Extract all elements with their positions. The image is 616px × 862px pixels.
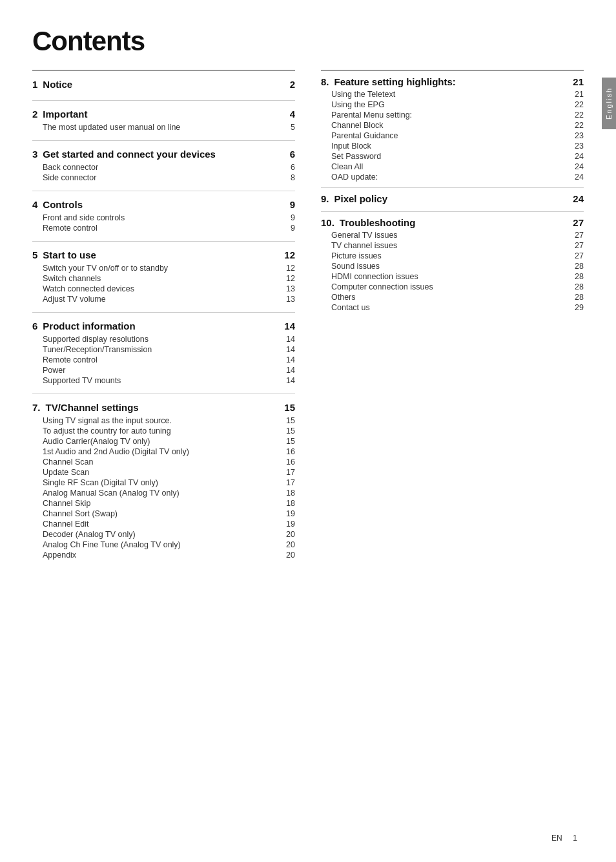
- side-tab-label: English: [605, 87, 613, 120]
- subsection-page: 27: [571, 251, 584, 260]
- subsection-row: Decoder (Analog TV only)20: [32, 529, 295, 540]
- subsection-page: 14: [282, 366, 295, 375]
- subsection-page: 14: [282, 355, 295, 364]
- subsection-label: Remote control: [43, 224, 282, 233]
- section-page: 14: [282, 321, 295, 331]
- subsection-page: 22: [571, 121, 584, 130]
- section-header: 8.Feature setting highlights:21: [321, 76, 584, 87]
- subsection-label: Power: [43, 366, 282, 375]
- section-number: 10.: [321, 217, 334, 228]
- subsection-page: 13: [282, 295, 295, 304]
- subsection-page: 23: [571, 142, 584, 151]
- subsection-row: Contact us29: [321, 302, 584, 313]
- subsection-row: Appendix20: [32, 550, 295, 560]
- subsection-label: Channel Edit: [43, 520, 282, 529]
- page-title: Contents: [32, 26, 584, 57]
- subsection-row: Switch channels12: [32, 273, 295, 284]
- section-header: 9.Pixel policy24: [321, 193, 584, 204]
- section-page: 6: [282, 149, 295, 160]
- footer: EN 1: [551, 834, 577, 843]
- subsection-page: 18: [282, 499, 295, 508]
- subsection-page: 22: [571, 100, 584, 109]
- subsection-page: 15: [282, 416, 295, 425]
- toc-section: 6Product information14Supported display …: [32, 313, 295, 394]
- subsection-page: 19: [282, 520, 295, 529]
- subsection-row: Supported TV mounts14: [32, 375, 295, 386]
- subsection-page: 27: [571, 231, 584, 240]
- toc-section: 8.Feature setting highlights:21Using the…: [321, 71, 584, 188]
- subsection-row: Analog Manual Scan (Analog TV only)18: [32, 488, 295, 498]
- subsection-page: 12: [282, 264, 295, 273]
- section-title: TV/Channel settings: [46, 402, 139, 413]
- footer-page: 1: [573, 834, 577, 843]
- subsection-label: Others: [331, 293, 571, 302]
- section-title-row: 3Get started and connect your devices: [32, 149, 216, 160]
- subsection-row: Adjust TV volume13: [32, 294, 295, 304]
- toc-section: 7.TV/Channel settings15Using TV signal a…: [32, 394, 295, 568]
- subsection-page: 14: [282, 345, 295, 354]
- subsection-row: TV channel issues27: [321, 240, 584, 251]
- section-header: 1Notice2: [32, 79, 295, 90]
- subsection-label: Sound issues: [331, 262, 571, 271]
- subsection-page: 28: [571, 293, 584, 302]
- subsection-label: Front and side controls: [43, 213, 282, 222]
- subsection-row: Channel Block22: [321, 120, 584, 131]
- subsection-label: Parental Menu setting:: [331, 110, 571, 120]
- subsection-row: Power14: [32, 365, 295, 375]
- subsection-label: Analog Manual Scan (Analog TV only): [43, 489, 282, 498]
- subsection-label: Input Block: [331, 142, 571, 151]
- section-header: 6Product information14: [32, 321, 295, 331]
- subsection-row: Using TV signal as the input source.15: [32, 415, 295, 426]
- subsection-row: Watch connected devices13: [32, 284, 295, 294]
- subsection-page: 18: [282, 489, 295, 498]
- subsection-label: Channel Scan: [43, 457, 282, 467]
- section-number: 7.: [32, 402, 41, 413]
- subsection-label: Using the Teletext: [331, 90, 571, 99]
- section-title-row: 6Product information: [32, 321, 136, 331]
- subsection-row: Channel Edit19: [32, 519, 295, 529]
- toc-section: 3Get started and connect your devices6Ba…: [32, 141, 295, 191]
- subsection-row: Analog Ch Fine Tune (Analog TV only)20: [32, 540, 295, 550]
- subsection-label: To adjust the country for auto tuning: [43, 426, 282, 436]
- subsection-page: 21: [571, 90, 584, 99]
- subsection-row: Supported display resolutions14: [32, 334, 295, 344]
- section-number: 3: [32, 149, 37, 160]
- subsection-row: Remote control9: [32, 223, 295, 233]
- subsection-row: Clean All24: [321, 162, 584, 172]
- subsection-row: Tuner/Reception/Transmission14: [32, 344, 295, 355]
- subsection-label: OAD update:: [331, 173, 571, 182]
- section-title: Troubleshooting: [340, 217, 416, 228]
- subsection-page: 23: [571, 131, 584, 140]
- subsection-label: Back connector: [43, 163, 282, 172]
- subsection-row: Sound issues28: [321, 261, 584, 271]
- subsection-label: Switch your TV on/off or to standby: [43, 264, 282, 273]
- subsection-row: Update Scan17: [32, 467, 295, 478]
- subsection-row: Parental Menu setting:22: [321, 110, 584, 120]
- section-number: 6: [32, 321, 37, 331]
- subsection-row: Channel Scan16: [32, 457, 295, 467]
- subsection-label: Using the EPG: [331, 100, 571, 109]
- section-number: 8.: [321, 76, 329, 87]
- section-title: Get started and connect your devices: [43, 149, 216, 160]
- subsection-label: Tuner/Reception/Transmission: [43, 345, 282, 354]
- section-title-row: 1Notice: [32, 79, 72, 90]
- toc-section: 4Controls9Front and side controls9Remote…: [32, 191, 295, 242]
- section-title-row: 7.TV/Channel settings: [32, 402, 139, 413]
- subsection-label: Clean All: [331, 162, 571, 171]
- subsection-row: 1st Audio and 2nd Audio (Digital TV only…: [32, 447, 295, 457]
- subsection-label: Update Scan: [43, 468, 282, 477]
- footer-lang: EN: [551, 834, 562, 843]
- subsection-page: 6: [282, 163, 295, 172]
- subsection-page: 20: [282, 540, 295, 549]
- subsection-label: Picture issues: [331, 251, 571, 260]
- subsection-row: Others28: [321, 292, 584, 302]
- subsection-page: 16: [282, 457, 295, 467]
- subsection-label: Decoder (Analog TV only): [43, 530, 282, 539]
- section-number: 4: [32, 199, 37, 210]
- subsection-label: Computer connection issues: [331, 282, 571, 291]
- subsection-page: 15: [282, 426, 295, 436]
- subsection-label: Set Password: [331, 152, 571, 161]
- section-page: 21: [571, 76, 584, 87]
- toc-section: 5Start to use12Switch your TV on/off or …: [32, 242, 295, 313]
- subsection-label: Analog Ch Fine Tune (Analog TV only): [43, 540, 282, 549]
